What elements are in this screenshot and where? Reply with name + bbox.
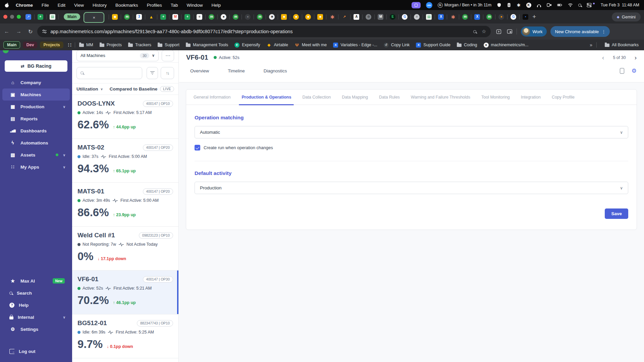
search-tabs-icon[interactable] xyxy=(473,30,476,33)
save-button[interactable]: Save xyxy=(605,208,628,219)
menubar-clock[interactable]: Tue Feb 3 11:48 AM xyxy=(601,3,639,7)
sidebar-item[interactable]: ▂▅▇ Dashboards xyxy=(0,125,72,137)
sidebar-item[interactable]: ∷ My Apps ∨ xyxy=(0,161,72,173)
menubar-item[interactable]: Bookmarks xyxy=(115,3,138,8)
tab-favicon[interactable]: ≡ xyxy=(197,14,202,20)
shield-icon[interactable] xyxy=(497,3,501,7)
active-tab[interactable]: × xyxy=(84,12,104,23)
sidebar-item[interactable]: ▤ Reports xyxy=(0,113,72,125)
tab-favicon[interactable]: ▲ xyxy=(148,14,154,20)
apps-grid-icon[interactable]: ∷ xyxy=(68,42,71,48)
tab-favicon[interactable]: ◆ xyxy=(112,14,118,20)
tab-favicon[interactable]: ■ xyxy=(317,14,323,20)
tab-favicon[interactable]: 3 xyxy=(136,14,142,20)
sidebar-item[interactable]: Internal ∨ xyxy=(0,311,72,323)
chrome-update-button[interactable]: New Chrome available⋮ xyxy=(550,26,610,37)
settings-tab[interactable]: Copy Profile xyxy=(552,89,575,105)
menubar-item[interactable]: Tab xyxy=(171,3,178,8)
pinned-tab-favicon[interactable]: ↗ xyxy=(25,14,31,20)
detail-tab[interactable]: Timeline xyxy=(228,68,245,73)
create-run-checkbox-row[interactable]: Create run when operation changes xyxy=(195,145,628,150)
machine-card[interactable]: MATS-01 400147 | OP20 Active: 3m 49s Fir… xyxy=(72,183,178,227)
tab-favicon[interactable]: + xyxy=(184,14,190,20)
operation-matching-select[interactable]: Automatic ∨ xyxy=(195,126,628,138)
sidebar-item[interactable]: ▣ Machines xyxy=(2,88,70,101)
menubar-item[interactable]: Chrome xyxy=(16,3,33,8)
settings-tab[interactable]: Data Collection xyxy=(302,89,331,105)
tab-favicon[interactable]: + xyxy=(160,14,166,20)
tab-favicon[interactable]: ■ xyxy=(293,14,299,20)
tab-favicon[interactable]: X xyxy=(474,14,480,20)
bookmark-item[interactable]: Management Tools xyxy=(186,43,228,47)
calendar-status[interactable]: GMorgan / Ben • in 3h 11m xyxy=(438,3,491,8)
checkbox-checked[interactable] xyxy=(195,145,200,150)
tab-favicon[interactable]: ● xyxy=(221,14,226,20)
tab-favicon[interactable]: ● xyxy=(498,14,504,20)
org-switcher-button[interactable]: ⇄ BG Racing xyxy=(5,60,67,72)
sidebar-item[interactable]: ▧ Assets ∨ xyxy=(0,149,72,161)
tab-favicon[interactable]: ≡ xyxy=(414,14,420,20)
settings-tab[interactable]: Warning and Failure Thresholds xyxy=(411,89,470,105)
machine-card[interactable]: Weld Cell #1 09823123 | OP10 Not Reporti… xyxy=(72,227,178,270)
gear-icon[interactable]: ⚙ xyxy=(632,68,637,74)
sort-button[interactable]: ↑↓ xyxy=(161,67,174,79)
menubar-item[interactable]: History xyxy=(93,3,107,8)
zoom-app-icon[interactable]: zm xyxy=(426,2,432,8)
save-page-icon[interactable] xyxy=(496,29,501,34)
tab-favicon[interactable]: A xyxy=(354,14,359,20)
bookmark-item[interactable]: Trackers xyxy=(128,43,151,47)
tab-favicon[interactable]: M xyxy=(172,14,178,20)
battery-icon[interactable] xyxy=(557,3,562,7)
tab-favicon[interactable]: G xyxy=(402,14,408,20)
omnibox[interactable]: app.machinemetrics.com/app/machines/f291… xyxy=(37,26,491,37)
tab-favicon[interactable]: E xyxy=(390,14,395,20)
device-view-icon[interactable] xyxy=(620,68,624,74)
spotlight-search-icon[interactable] xyxy=(578,4,581,7)
settings-tab[interactable]: Data Mapping xyxy=(342,89,368,105)
tab-favicon[interactable]: G xyxy=(511,14,516,20)
tab-favicon[interactable]: m xyxy=(486,14,492,20)
detail-tab[interactable]: Overview xyxy=(190,68,209,73)
tab-favicon[interactable]: m xyxy=(233,14,238,20)
tab-group-label[interactable]: Main xyxy=(64,13,80,20)
screen-share-icon[interactable] xyxy=(412,2,421,8)
menubar-item[interactable]: Profiles xyxy=(147,3,162,8)
apple-icon[interactable] xyxy=(5,3,9,8)
sidebar-item[interactable]: ? Help xyxy=(0,299,72,311)
settings-tab[interactable]: Tool Monitoring xyxy=(481,89,510,105)
machine-filter-select[interactable]: All Machines 30 ∨ xyxy=(76,50,159,61)
reload-button[interactable]: ↻ xyxy=(28,28,33,35)
new-tab-button[interactable]: + xyxy=(532,13,536,20)
filter-button[interactable] xyxy=(147,67,158,79)
tab-favicon[interactable]: m xyxy=(462,14,468,20)
default-activity-select[interactable]: Production ∨ xyxy=(195,182,628,194)
machine-card[interactable]: BG512-01 882347743 | OP10 Idle: 6m 39s F… xyxy=(72,314,178,358)
tab-favicon[interactable]: m xyxy=(209,14,214,20)
fullscreen-window-button[interactable] xyxy=(17,15,21,19)
logout-button[interactable]: → Log out xyxy=(0,345,72,357)
bookmark-group-pill[interactable]: Main xyxy=(3,41,20,49)
bookmark-item[interactable]: Ψ Meet with me xyxy=(294,43,327,48)
kebab-menu-icon[interactable]: ⋮ xyxy=(601,29,606,34)
tab-favicon[interactable]: M xyxy=(378,14,383,20)
bookmark-item[interactable]: ↺ Copy Link xyxy=(384,43,410,48)
tab-favicon[interactable]: m xyxy=(124,14,130,20)
settings-tab[interactable]: Integration xyxy=(521,89,541,105)
menubar-item[interactable]: Window xyxy=(186,3,203,8)
menubar-item[interactable]: Help xyxy=(211,3,221,8)
settings-tab[interactable]: General Information xyxy=(194,89,230,105)
tab-favicon[interactable]: ■ xyxy=(281,14,287,20)
bookmark-star-icon[interactable]: ☆ xyxy=(482,28,486,35)
settings-tab[interactable]: Data Rules xyxy=(379,89,400,105)
tab-favicon[interactable]: ⊕ xyxy=(366,14,371,20)
back-button[interactable]: ← xyxy=(4,28,9,35)
bookmark-group-pill[interactable]: Projects xyxy=(40,42,63,48)
profile-button[interactable]: Work xyxy=(521,26,546,37)
sidebar-item[interactable]: ⌂ Company xyxy=(0,76,72,88)
tab-favicon[interactable]: ∗ xyxy=(269,14,275,20)
bookmark-group-pill[interactable]: Dev xyxy=(23,42,37,48)
tab-favicon[interactable]: ∗ xyxy=(450,14,456,20)
bookmarks-overflow-icon[interactable]: » xyxy=(590,42,592,48)
sidebar-item[interactable]: ϟ Automations xyxy=(0,137,72,149)
bookmark-item[interactable]: ◆ Airtable xyxy=(266,43,288,48)
